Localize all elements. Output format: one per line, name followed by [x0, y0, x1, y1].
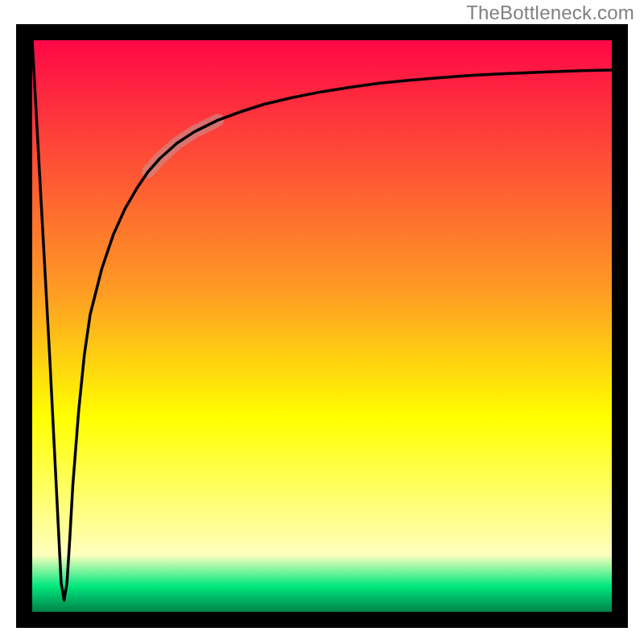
chart-stage: TheBottleneck.com — [0, 0, 644, 644]
bottleneck-chart — [0, 0, 644, 644]
plot-gradient-fill — [32, 40, 612, 612]
attribution-text: TheBottleneck.com — [466, 2, 634, 24]
